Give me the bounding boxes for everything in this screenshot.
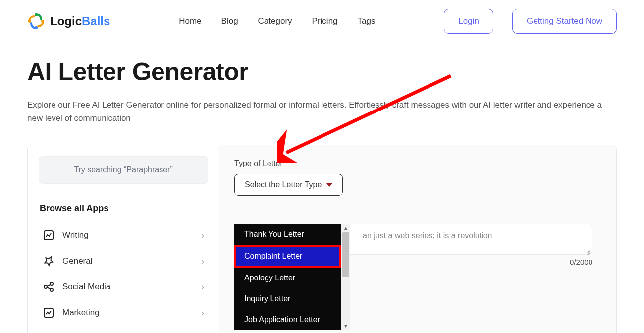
svg-point-2: [41, 20, 44, 23]
dropdown-option-thank-you[interactable]: Thank You Letter: [234, 224, 341, 245]
svg-point-7: [50, 282, 53, 285]
scrollbar-down-icon[interactable]: ▼: [341, 322, 350, 330]
nav-pricing[interactable]: Pricing: [312, 16, 338, 26]
main-content: AI Letter Generator Explore our Free AI …: [0, 43, 644, 333]
resize-handle-icon[interactable]: [585, 247, 591, 253]
browse-apps-title: Browse all Apps: [39, 203, 208, 214]
svg-point-4: [28, 20, 31, 23]
site-header: LogicBalls Home Blog Category Pricing Ta…: [0, 0, 644, 43]
dropdown-option-inquiry[interactable]: Inquiry Letter: [234, 288, 341, 309]
chart-icon: [43, 229, 54, 241]
nav-category[interactable]: Category: [258, 16, 292, 26]
sidebar-item-label: Marketing: [62, 308, 100, 318]
nav-home[interactable]: Home: [179, 16, 201, 26]
chevron-right-icon: ›: [201, 230, 204, 241]
chevron-right-icon: ›: [201, 282, 204, 292]
chevron-right-icon: ›: [201, 308, 204, 318]
login-button[interactable]: Login: [444, 9, 493, 34]
sidebar-item-writing[interactable]: Writing ›: [39, 222, 208, 248]
getting-started-button[interactable]: Getting Started Now: [512, 9, 617, 34]
page-subtitle: Explore our Free AI Letter Generator onl…: [27, 98, 609, 125]
select-placeholder: Select the Letter Type: [245, 180, 322, 189]
nav-blog[interactable]: Blog: [221, 16, 238, 26]
divider: [39, 194, 208, 194]
main-nav: Home Blog Category Pricing Tags: [179, 16, 375, 26]
share-icon: [43, 281, 54, 293]
chevron-down-icon: [326, 183, 332, 187]
sidebar-item-marketing[interactable]: Marketing ›: [39, 300, 208, 326]
form-content: Type of Letter Select the Letter Type Th…: [219, 145, 616, 333]
app-card: Try searching “Paraphraser” Browse all A…: [27, 145, 617, 333]
dropdown-option-job-application[interactable]: Job Application Letter: [234, 309, 341, 330]
svg-point-6: [44, 285, 47, 288]
chevron-right-icon: ›: [201, 256, 204, 267]
sidebar-item-label: Social Media: [62, 282, 110, 292]
sidebar-item-label: Writing: [62, 230, 89, 240]
nav-tags[interactable]: Tags: [358, 16, 376, 26]
type-of-letter-label: Type of Letter: [234, 159, 601, 168]
dropdown-option-complaint[interactable]: Complaint Letter: [234, 245, 341, 268]
svg-point-1: [35, 13, 38, 16]
letter-type-dropdown: Thank You Letter Complaint Letter Apolog…: [234, 224, 350, 330]
scrollbar-thumb[interactable]: [342, 232, 349, 277]
brand-text: LogicBalls: [50, 14, 110, 28]
sidebar: Try searching “Paraphraser” Browse all A…: [28, 145, 219, 333]
pin-icon: [43, 255, 54, 267]
dropdown-scrollbar[interactable]: ▲ ▼: [341, 224, 350, 330]
sidebar-item-general[interactable]: General ›: [39, 248, 208, 274]
logo-icon: [27, 12, 45, 30]
scrollbar-up-icon[interactable]: ▲: [341, 224, 350, 232]
svg-point-8: [50, 288, 53, 291]
chart-icon: [43, 307, 54, 319]
sidebar-item-social-media[interactable]: Social Media ›: [39, 274, 208, 300]
dropdown-option-apology[interactable]: Apology Letter: [234, 268, 341, 288]
brand-logo[interactable]: LogicBalls: [27, 12, 110, 30]
letter-type-select[interactable]: Select the Letter Type: [234, 174, 343, 196]
sidebar-item-label: General: [62, 256, 92, 266]
svg-point-3: [35, 26, 38, 29]
search-input[interactable]: Try searching “Paraphraser”: [39, 156, 208, 184]
page-title: AI Letter Generator: [27, 57, 617, 86]
